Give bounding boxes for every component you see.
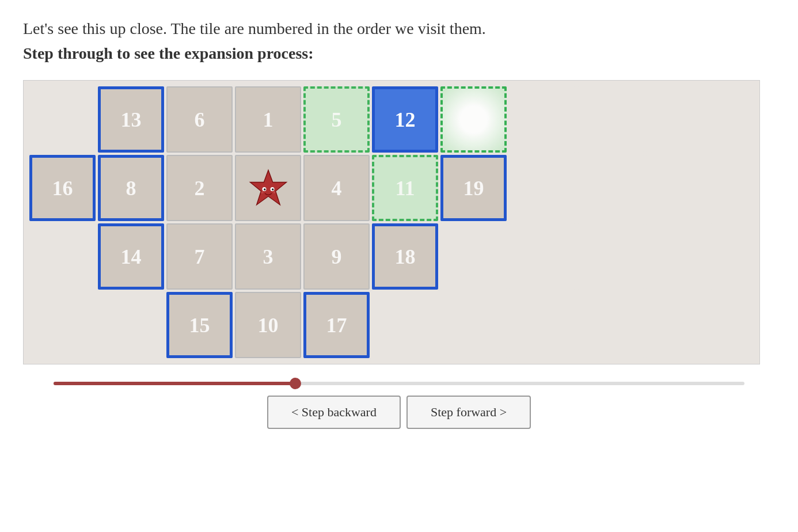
step-forward-button[interactable]: Step forward > (406, 396, 531, 429)
tile-grid: 13 6 1 5 12 16 8 2 (29, 86, 754, 358)
step-backward-button[interactable]: < Step backward (267, 396, 401, 429)
cell-r3c2: 14 (98, 223, 164, 290)
slider-fill (54, 382, 295, 385)
cell-r4c6 (372, 292, 438, 358)
cell-r4c3: 15 (166, 292, 233, 358)
cell-r4c1 (29, 292, 96, 358)
cell-r3c4: 3 (235, 223, 301, 290)
cell-r3c7 (440, 223, 507, 290)
cell-r3c9 (577, 223, 644, 290)
cell-r2c5: 4 (303, 155, 370, 221)
step-through-label: Step through to see the expansion proces… (23, 44, 775, 63)
cell-r2c3: 2 (166, 155, 233, 221)
cell-r3c1 (29, 223, 96, 290)
controls-area: < Step backward Step forward > (23, 382, 775, 429)
cell-r3c10 (646, 223, 712, 290)
cell-r4c9 (577, 292, 644, 358)
svg-point-4 (271, 188, 273, 191)
cell-r2c10 (646, 155, 712, 221)
slider-thumb[interactable] (290, 378, 301, 389)
svg-marker-0 (250, 170, 286, 204)
cell-r1c2: 13 (98, 86, 164, 153)
cell-r1c9 (577, 86, 644, 153)
cell-r1c7 (440, 86, 507, 153)
cell-r2c9 (577, 155, 644, 221)
cell-r1c6: 12 (372, 86, 438, 153)
cell-r1c1 (29, 86, 96, 153)
buttons-row: < Step backward Step forward > (267, 396, 531, 429)
cell-r1c5: 5 (303, 86, 370, 153)
cell-r3c6: 18 (372, 223, 438, 290)
svg-point-3 (263, 188, 265, 191)
cell-r4c10 (646, 292, 712, 358)
cell-r2c6: 11 (372, 155, 438, 221)
cell-r3c3: 7 (166, 223, 233, 290)
cell-r4c7 (440, 292, 507, 358)
grid-container: 13 6 1 5 12 16 8 2 (23, 80, 760, 364)
cell-r4c8 (509, 292, 575, 358)
intro-line1: Let's see this up close. The tile are nu… (23, 17, 775, 40)
cell-r4c2 (98, 292, 164, 358)
cell-r4c4: 10 (235, 292, 301, 358)
slider-track[interactable] (54, 382, 744, 385)
slider-container (54, 382, 744, 385)
starfish-icon (248, 168, 288, 208)
cell-r2c2: 8 (98, 155, 164, 221)
cell-r2c7: 19 (440, 155, 507, 221)
cell-r1c4: 1 (235, 86, 301, 153)
cell-r3c8 (509, 223, 575, 290)
cell-r1c3: 6 (166, 86, 233, 153)
cell-r2c4-starfish (235, 155, 301, 221)
cell-r1c10 (646, 86, 712, 153)
cell-r3c5: 9 (303, 223, 370, 290)
cell-r2c1: 16 (29, 155, 96, 221)
cell-r2c8 (509, 155, 575, 221)
svg-point-5 (261, 191, 263, 193)
cell-r4c5: 17 (303, 292, 370, 358)
cell-r1c8 (509, 86, 575, 153)
svg-point-6 (273, 191, 275, 193)
